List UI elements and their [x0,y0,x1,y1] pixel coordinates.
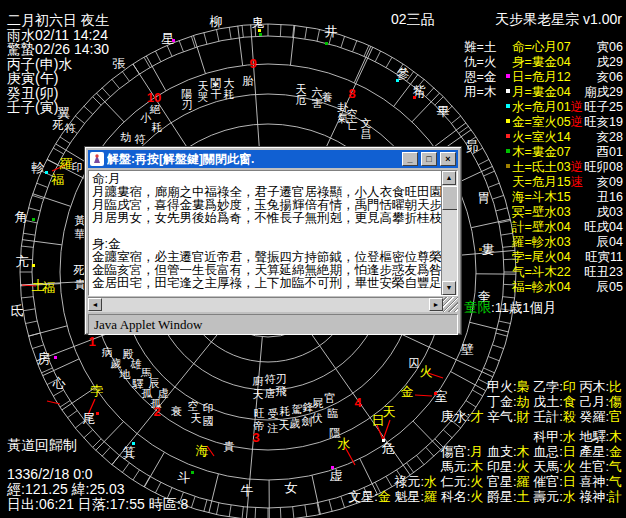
dialog-titlebar[interactable]: 解盤:再按[解盤鍵]關閉此窗. _ □ × [88,150,458,168]
star-label: 符 [65,121,76,136]
degree-dot [325,42,328,45]
mansion-label: 女 [285,479,298,497]
planet-color-dot [506,134,510,138]
planet-row: 羅=軫水03辰04 [464,234,623,249]
planet-row: 天=危月15速亥09 [464,174,623,189]
star-label: 帝 [254,419,265,434]
star-label: 耗 [152,120,163,135]
degree-dot [45,171,48,174]
star-label: 文昌 [360,118,372,140]
star-label: 國 [203,414,214,429]
star-attribute-line: 文星:金 魁星:羅 科名:火 爵星:土 壽元:水 祿神:計 [348,488,622,506]
degree-dot [434,392,437,395]
scroll-left-button[interactable]: ◄ [88,298,102,311]
star-label: 小 [141,111,152,126]
planet-row: 火=室火14亥28 [464,129,623,144]
star-label: 天 [191,411,202,426]
scroll-up-button[interactable]: ▲ [442,171,456,185]
star-label: 地 [120,367,131,382]
planet-label: 天 [383,403,396,421]
interpretation-dialog: 解盤:再按[解盤鍵]關閉此窗. _ □ × 命:月月躔婁宿，廊廟之中福祿全，君子… [84,146,462,335]
vertical-scroll-thumb[interactable] [442,186,458,210]
degree-dot [413,96,416,99]
date-info-line: 雨水02/11 14:24 [7,28,109,43]
star-label: 飛 [276,384,287,399]
planet-row: 孛=尾火04旺寅11 [464,249,623,264]
mansion-label: 危 [382,440,395,458]
planet-row: 難=土命=心月07寅06 [464,39,623,54]
mansion-label: 張 [113,55,126,73]
mansion-label: 畢 [437,103,450,121]
planet-row: 計=壁水04旺戌04 [464,219,623,234]
degree-dot [331,466,334,469]
mansion-label: 虚 [330,467,343,485]
star-label: 孤 [151,396,162,411]
birth-data-block: 1336/2/18 0:0經:121.25 緯:25.03日出:06:21 日落… [7,467,188,512]
planet-color-dot [506,89,510,93]
star-attribute-line: 庚水:才 辛气:財 壬計:殺 癸羅:官 [441,408,622,426]
degree-dot [32,264,35,267]
star-label: 臨 [328,406,339,421]
child-limit-value: :11歳1個月 [491,300,557,315]
degree-dot [259,33,262,36]
grade-label: 02三品 [391,11,435,29]
mansion-label: 軫 [32,159,45,177]
planet-row: 土=氐土03逆旺卯08 [464,159,623,174]
planet-label: 福 [43,279,56,297]
zodiac-system-label: 黃道回歸制 [7,437,77,455]
interpretation-text[interactable]: 命:月月躔婁宿，廊廟之中福祿全，君子遷官居祿顯，小人衣食旺田園。月臨戌宮，喜得金… [89,171,442,295]
mansion-label: 心 [53,375,66,393]
resize-grip[interactable] [443,297,458,312]
degree-dot [54,356,57,359]
star-label: 符 [135,132,146,147]
child-limit: 童限:11歳1個月 [464,299,557,317]
date-info-line: 癸丑(卯) [7,86,109,101]
mansion-label: 壁 [461,341,474,359]
star-label: 養 [322,90,333,105]
mansion-label: 井 [325,23,338,41]
degree-dot [382,439,385,442]
maximize-button[interactable]: □ [421,152,437,166]
planet-label: 海 [196,442,209,460]
planet-color-dot [506,74,510,78]
minimize-button[interactable]: _ [402,152,418,166]
star-label: 隱 [330,426,341,441]
dialog-title: 解盤:再按[解盤鍵]關閉此窗. [107,151,399,168]
vertical-scrollbar[interactable]: ▲ ▼ [441,171,457,295]
planet-row: 恩=金日=危月12亥06 [464,69,623,84]
planet-row: 福=軫水04辰05 [464,279,623,294]
app-title: 天步果老星宗 v1.00r [495,11,622,29]
star-label: 陽刃 [181,89,193,111]
planet-color-dot [506,119,510,123]
star-label: 符 [265,372,276,387]
scroll-right-button[interactable]: ► [429,298,443,311]
close-button[interactable]: × [440,152,456,166]
star-label: 死 [74,263,85,278]
degree-dot [191,471,194,474]
degree-dot [258,29,261,32]
star-label: 屍 [313,396,324,411]
star-label: 囚 [409,356,420,371]
star-label: 受 [268,407,279,422]
planet-row: 用=木月=婁金04廟戌29 [464,84,623,99]
house-number: 8 [348,86,355,101]
star-label: 胎 [243,74,254,89]
star-label: 印 [72,160,83,175]
planet-row: 木=婁金07酉01 [464,144,623,159]
date-info-line: 丙子(申)水 [7,57,109,72]
child-limit-label: 童限 [464,300,491,315]
horizontal-scrollbar[interactable]: ◄ ► [88,297,443,312]
degree-dot [132,442,135,445]
date-info-line: 二月初六日 夜生 [7,13,109,28]
mansion-label: 亢 [16,253,29,271]
planet-row: 海=斗木15丑16 [464,189,623,204]
planet-row: 金=室火05逆旺亥19 [464,114,623,129]
scroll-down-button[interactable]: ▼ [442,281,456,295]
mansion-label: 牛 [241,482,254,500]
star-label: 貴 [224,439,235,454]
planet-row: 水=危月01逆旺子25 [464,99,623,114]
star-label: 伏 [312,411,323,426]
star-label: 劫 [121,130,132,145]
planet-row: 冥=壁水03戌03 [464,204,623,219]
planet-label: 金 [401,383,414,401]
